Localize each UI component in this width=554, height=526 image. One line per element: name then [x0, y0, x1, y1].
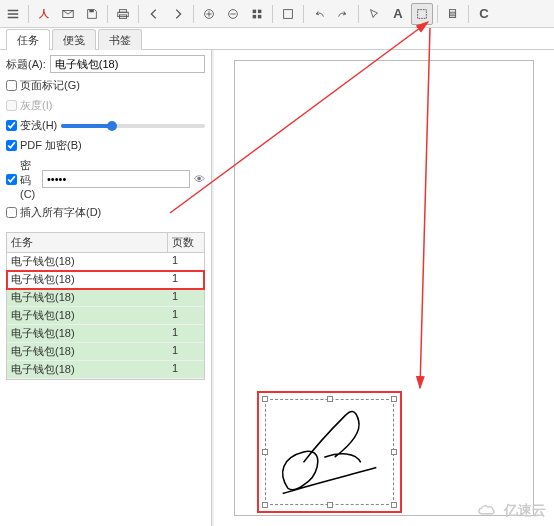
fade-slider[interactable]	[61, 124, 205, 128]
title-label: 标题(A):	[6, 57, 46, 72]
pdf-icon[interactable]: 人	[33, 3, 55, 25]
insert-fonts-label: 插入所有字体(D)	[20, 205, 101, 220]
svg-rect-10	[258, 14, 262, 18]
watermark-text: 亿速云	[504, 502, 546, 520]
forward-icon[interactable]	[167, 3, 189, 25]
fit-icon[interactable]	[277, 3, 299, 25]
refresh-icon[interactable]: C	[473, 3, 495, 25]
menu-icon[interactable]	[2, 3, 24, 25]
pdf-encrypt-label: PDF 加密(B)	[20, 138, 82, 153]
svg-rect-8	[258, 9, 262, 13]
table-row[interactable]: 电子钱包(18)1	[7, 289, 204, 307]
svg-rect-7	[253, 9, 257, 13]
gray-label: 灰度(I)	[20, 98, 52, 113]
main: 标题(A): 页面标记(G) 灰度(I) 变浅(H) PDF 加密(B) 密码(…	[0, 50, 554, 526]
svg-rect-9	[253, 14, 257, 18]
signature-frame[interactable]	[265, 399, 394, 505]
password-checkbox[interactable]	[6, 174, 17, 185]
select-rect-icon[interactable]	[411, 3, 433, 25]
grid-icon[interactable]	[246, 3, 268, 25]
signature-glyph	[266, 400, 393, 504]
copy-icon[interactable]	[442, 3, 464, 25]
save-icon[interactable]	[81, 3, 103, 25]
tabs: 任务 便笺 书签	[0, 28, 554, 50]
table-row[interactable]: 电子钱包(18)1	[7, 361, 204, 379]
table-row[interactable]: 电子钱包(18)1	[7, 325, 204, 343]
col-pages[interactable]: 页数	[168, 233, 204, 252]
redo-icon[interactable]	[332, 3, 354, 25]
password-input[interactable]	[42, 170, 190, 188]
gray-checkbox	[6, 100, 17, 111]
preview-area	[212, 50, 554, 526]
fade-checkbox[interactable]	[6, 120, 17, 131]
page-mark-checkbox[interactable]	[6, 80, 17, 91]
side-panel: 标题(A): 页面标记(G) 灰度(I) 变浅(H) PDF 加密(B) 密码(…	[0, 50, 212, 526]
table-row[interactable]: 电子钱包(18)1	[7, 271, 204, 289]
zoom-out-icon[interactable]	[222, 3, 244, 25]
table-row[interactable]: 电子钱包(18)1	[7, 307, 204, 325]
svg-rect-12	[418, 9, 427, 18]
zoom-in-icon[interactable]	[198, 3, 220, 25]
undo-icon[interactable]	[308, 3, 330, 25]
insert-fonts-checkbox[interactable]	[6, 207, 17, 218]
eye-icon[interactable]: 👁	[194, 173, 205, 185]
page-mark-label: 页面标记(G)	[20, 78, 80, 93]
mail-icon[interactable]	[57, 3, 79, 25]
tab-tasks[interactable]: 任务	[6, 29, 50, 50]
toolbar: 人 A C	[0, 0, 554, 28]
pointer-icon[interactable]	[363, 3, 385, 25]
page-preview[interactable]	[234, 60, 534, 516]
svg-rect-1	[89, 9, 93, 12]
pdf-encrypt-checkbox[interactable]	[6, 140, 17, 151]
svg-rect-11	[284, 9, 293, 18]
tab-notes[interactable]: 便笺	[52, 29, 96, 50]
signature-selection[interactable]	[257, 391, 402, 513]
fade-label: 变浅(H)	[20, 118, 57, 133]
watermark: 亿速云	[478, 502, 546, 520]
back-icon[interactable]	[143, 3, 165, 25]
table-row[interactable]: 电子钱包(18)1	[7, 253, 204, 271]
password-label: 密码(C)	[20, 158, 38, 200]
table-row[interactable]: 电子钱包(18)1	[7, 343, 204, 361]
table-header: 任务 页数	[7, 233, 204, 253]
text-tool-icon[interactable]: A	[387, 3, 409, 25]
task-table: 任务 页数 电子钱包(18)1电子钱包(18)1电子钱包(18)1电子钱包(18…	[6, 232, 205, 380]
col-name[interactable]: 任务	[7, 233, 168, 252]
print-icon[interactable]	[112, 3, 134, 25]
title-input[interactable]	[50, 55, 205, 73]
tab-bookmarks[interactable]: 书签	[98, 29, 142, 50]
